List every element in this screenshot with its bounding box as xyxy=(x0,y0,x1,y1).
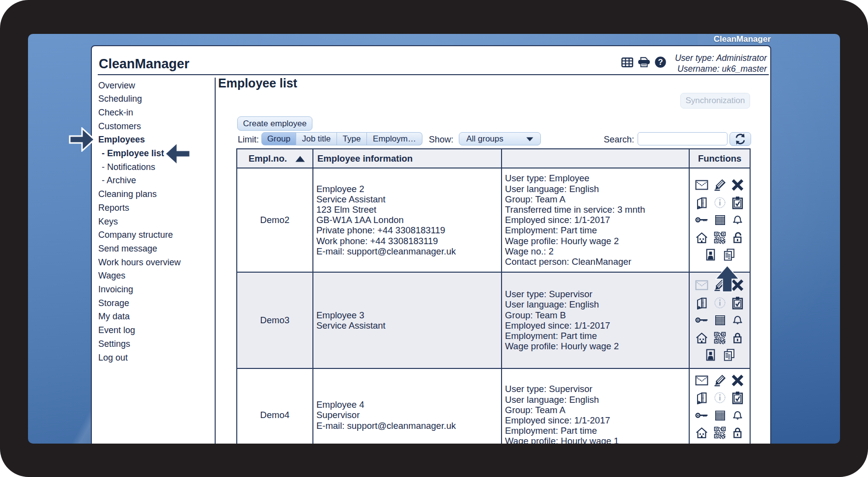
svg-text:?: ? xyxy=(658,57,663,66)
